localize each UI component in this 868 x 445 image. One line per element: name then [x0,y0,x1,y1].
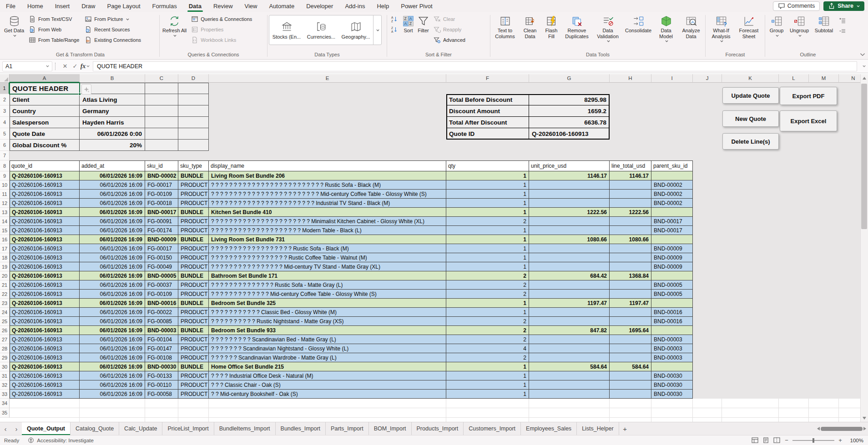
column-header-E[interactable]: E [209,74,446,83]
cell-H16[interactable]: 1080.66 [610,235,651,244]
export-pdf-button[interactable]: Export PDF [780,87,837,105]
from-web-button[interactable]: From Web [26,25,81,35]
cell-I17[interactable]: BND-00009 [651,244,693,253]
sheet-tab-parts-import[interactable]: Parts_Import [326,422,369,435]
cell-G19[interactable] [529,262,610,271]
column-header-M[interactable]: M [809,74,839,83]
cell-D33[interactable]: PRODUCT [178,390,209,399]
previous-sheet-button[interactable]: ‹ [0,422,11,435]
ungroup-button[interactable]: Ungroup [787,14,811,37]
cell-H24[interactable] [610,308,651,317]
cell-A23[interactable]: Q-20260106-160913 [10,299,80,308]
sheet-tab-employees-sales[interactable]: Employees_Sales [521,422,577,435]
cell-I10[interactable]: BND-00002 [651,180,693,190]
cell-D2[interactable] [178,94,209,105]
stocks-data-type[interactable]: Stocks (En... [269,15,304,45]
cell-F20[interactable]: 2 [446,271,529,280]
cell-D5[interactable] [178,128,209,140]
cell-E21[interactable]: ? ? ? ? ? ? ? ? ? ? ? ? ? ? Rustic Sofa … [209,280,446,290]
cell-C31[interactable]: FG-00133 [145,371,178,380]
cell-E8[interactable]: display_name [209,160,446,171]
consolidate-button[interactable]: Consolidate [624,14,653,34]
cell-C16[interactable]: BND-00009 [145,235,178,244]
refresh-all-button[interactable]: Refresh All [161,14,188,37]
cell-A16[interactable]: Q-20260106-160913 [10,235,80,244]
cell-D27[interactable]: PRODUCT [178,335,209,344]
cell-D26[interactable]: BUNDLE [178,326,209,335]
cell-A29[interactable]: Q-20260106-160913 [10,353,80,362]
cell-D1[interactable] [178,83,209,94]
cell-E17[interactable]: ? ? ? ? ? ? ? ? ? ? ? ? ? ? ? ? ? ? Rust… [209,244,446,253]
cell-E30[interactable]: Home Office Set Bundle 215 [209,362,446,371]
cell-D20[interactable]: BUNDLE [178,271,209,280]
enter-button[interactable]: ✓ [70,61,80,71]
cell-D28[interactable]: PRODUCT [178,344,209,353]
analyze-data-button[interactable]: Analyze Data [679,14,703,40]
cell-G23[interactable]: 1197.47 [529,299,610,308]
cell-A22[interactable]: Q-20260106-160913 [10,290,80,299]
cell-F10[interactable]: 1 [446,180,529,190]
sheet-tab-calc-update[interactable]: Calc_Update [119,422,162,435]
row-header-16[interactable]: 16 [0,235,10,244]
cell-A18[interactable]: Q-20260106-160913 [10,253,80,262]
row-header-8[interactable]: 8 [0,160,10,171]
cell-G11[interactable] [529,190,610,199]
tab-file[interactable]: File [0,0,21,12]
sheet-tab-lists-helper[interactable]: Lists_Helper [577,422,619,435]
cell-D10[interactable]: PRODUCT [178,180,209,190]
cell-I18[interactable]: BND-00009 [651,253,693,262]
cell-E15[interactable]: ? ? ? ? ? ? ? ? ? ? ? ? ? ? ? ? ? ? ? ? … [209,226,446,235]
cell-F25[interactable]: 2 [446,317,529,326]
cell-A8[interactable]: quote_id [10,160,80,171]
cell-H31[interactable] [610,371,651,380]
cell-G24[interactable] [529,308,610,317]
cell-A27[interactable]: Q-20260106-160913 [10,335,80,344]
cell-G28[interactable] [529,344,610,353]
cell-F3[interactable]: Discount Amount [446,105,529,117]
clear-filter-button[interactable]: Clear [431,14,468,24]
cell-F22[interactable]: 2 [446,290,529,299]
row-header-11[interactable]: 11 [0,190,10,199]
cell-C22[interactable]: FG-00109 [145,290,178,299]
row-header-26[interactable]: 26 [0,326,10,335]
cell-C8[interactable]: sku_id [145,160,178,171]
cell-H28[interactable] [610,344,651,353]
cell-F15[interactable]: 1 [446,226,529,235]
tab-developer[interactable]: Developer [300,0,339,12]
cell-D17[interactable]: PRODUCT [178,244,209,253]
cell-D4[interactable] [178,117,209,128]
new-quote-button[interactable]: New Quote [722,110,779,127]
subtotal-button[interactable]: Subtotal [812,14,836,34]
column-header-J[interactable]: J [693,74,722,83]
cell-G13[interactable]: 1222.56 [529,208,610,217]
cell-F24[interactable]: 1 [446,308,529,317]
column-header-B[interactable]: B [80,74,145,83]
row-header-23[interactable]: 23 [0,299,10,308]
share-button[interactable]: Share [823,1,864,11]
scroll-up-button[interactable] [860,74,868,82]
cell-E31[interactable]: ? ? ? ? Industrial Office Desk - Natural… [209,371,446,380]
cell-B22[interactable]: 06/01/2026 16:09 [80,290,145,299]
row-header-3[interactable]: 3 [0,105,10,117]
row-header-28[interactable]: 28 [0,344,10,353]
cell-I15[interactable]: BND-00017 [651,226,693,235]
cell-F11[interactable]: 1 [446,190,529,199]
cell-G32[interactable] [529,380,610,390]
cell-A1[interactable]: QUOTE HEADER [10,83,80,94]
quick-analysis-button[interactable] [81,84,91,95]
cell-F9[interactable]: 1 [446,171,529,180]
cell-B25[interactable]: 06/01/2026 16:09 [80,317,145,326]
sheet-tab-products-import[interactable]: Products_Import [412,422,464,435]
cell-H27[interactable] [610,335,651,344]
row-header-25[interactable]: 25 [0,317,10,326]
row-header-14[interactable]: 14 [0,217,10,226]
cell-C11[interactable]: FG-00109 [145,190,178,199]
cell-I14[interactable]: BND-00017 [651,217,693,226]
cell-B17[interactable]: 06/01/2026 16:09 [80,244,145,253]
cell-H22[interactable] [610,290,651,299]
cell-G30[interactable]: 584.64 [529,362,610,371]
existing-connections-button[interactable]: Existing Connections [82,35,143,45]
cell-H32[interactable] [610,380,651,390]
cell-A10[interactable]: Q-20260106-160913 [10,180,80,190]
cell-G2[interactable]: 8295.98 [529,94,610,105]
